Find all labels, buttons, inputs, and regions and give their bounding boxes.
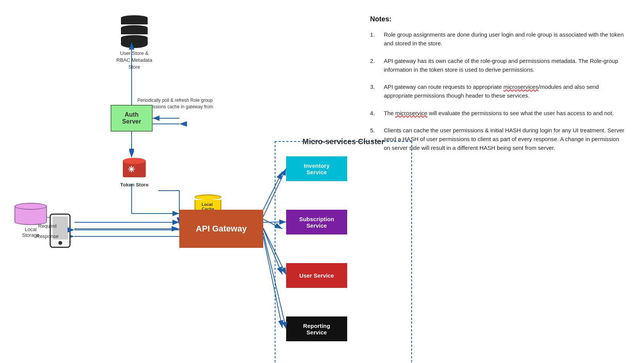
- notes-title: Notes:: [370, 15, 625, 23]
- request-label: Request: [38, 223, 56, 229]
- note-item-1: 1. Role group assignments are done durin…: [370, 30, 625, 48]
- response-label: Response: [36, 233, 59, 239]
- user-store-db: User Store &RBAC MetadataStore: [116, 15, 152, 71]
- token-store-label: Token Store: [120, 182, 148, 188]
- auth-server-box: AuthServer: [111, 105, 153, 132]
- cluster-title: Micro-services Cluster: [282, 137, 404, 146]
- user-service-label: User Service: [299, 272, 334, 279]
- local-storage: LocalStorage: [14, 202, 47, 238]
- note-num-4: 4.: [370, 109, 381, 117]
- subscription-service: SubscriptionService: [286, 210, 347, 235]
- note-item-4: 4. The microservice will evaluate the pe…: [370, 109, 625, 117]
- mobile-device: Request Response: [50, 214, 71, 248]
- reporting-service: ReportingService: [286, 316, 347, 341]
- inventory-service-label: InventoryService: [304, 162, 330, 175]
- reporting-service-label: ReportingService: [303, 323, 330, 336]
- note-num-5: 5.: [370, 126, 381, 135]
- user-store-label: User Store &RBAC MetadataStore: [116, 50, 152, 71]
- note-item-3: 3. API gateway can route requests to app…: [370, 82, 625, 100]
- note-num-3: 3.: [370, 82, 381, 91]
- note-item-2: 2. API gateway has its own cache of the …: [370, 56, 625, 74]
- note-text-3: API gateway can route requests to approp…: [384, 82, 625, 100]
- subscription-service-label: SubscriptionService: [299, 216, 334, 229]
- auth-server-label: AuthServer: [122, 111, 141, 125]
- note-text-1: Role group assignments are done during u…: [384, 30, 625, 48]
- api-gateway-box: API Gateway: [179, 210, 263, 248]
- user-service: User Service: [286, 263, 347, 288]
- token-store: ✳ Token Store: [120, 156, 148, 188]
- diagram-section: User Store &RBAC MetadataStore Periodica…: [8, 8, 359, 358]
- note-text-2: API gateway has its own cache of the rol…: [384, 56, 625, 74]
- note-num-2: 2.: [370, 56, 381, 65]
- note-text-5: Clients can cache the user permissions &…: [384, 126, 625, 153]
- api-gateway-label: API Gateway: [196, 224, 246, 234]
- inventory-service: InventoryService: [286, 156, 347, 181]
- note-text-4: The microservice will evaluate the permi…: [384, 109, 625, 117]
- note-num-1: 1.: [370, 30, 381, 39]
